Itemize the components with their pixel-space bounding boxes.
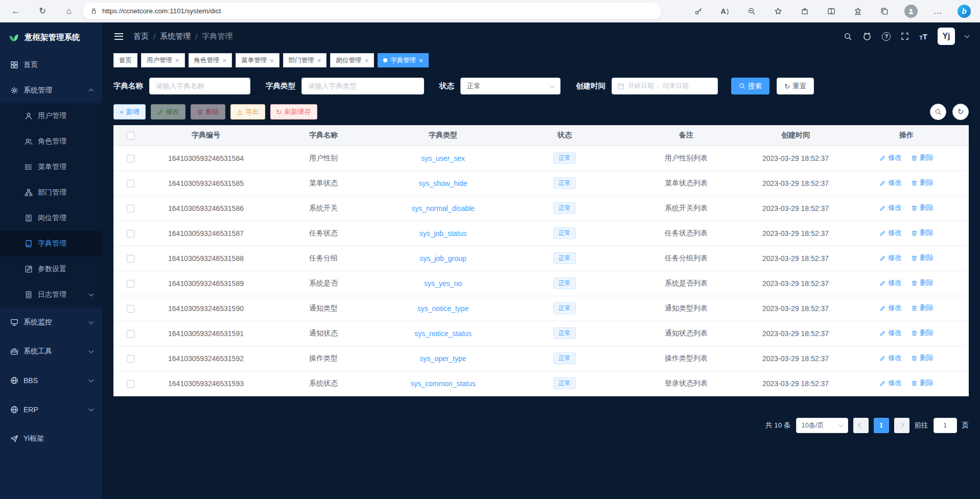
row-edit-link[interactable]: 修改 (879, 203, 902, 212)
row-delete-link[interactable]: 删除 (911, 328, 934, 338)
browser-address-bar[interactable]: https://ccnetcore.com:1101/system/dict (83, 3, 661, 19)
close-icon[interactable]: × (419, 57, 423, 64)
row-delete-link[interactable]: 删除 (911, 253, 934, 263)
dict-type-link[interactable]: sys_notice_status (414, 329, 471, 338)
collections-icon[interactable] (876, 3, 893, 20)
tab-dict-management[interactable]: 字典管理× (378, 53, 429, 67)
row-checkbox[interactable] (127, 355, 134, 363)
page-size-select[interactable]: 10条/页 (796, 418, 848, 433)
goto-page-input[interactable] (934, 418, 957, 433)
row-edit-link[interactable]: 修改 (879, 353, 902, 363)
row-edit-link[interactable]: 修改 (879, 178, 902, 187)
password-key-icon[interactable] (690, 3, 707, 20)
dict-type-link[interactable]: sys_normal_disable (411, 204, 475, 212)
row-edit-link[interactable]: 修改 (879, 378, 902, 388)
row-edit-link[interactable]: 修改 (879, 153, 902, 162)
status-select[interactable]: 正常 (460, 78, 561, 94)
sidebar-item-system-monitor[interactable]: 系统监控 (0, 307, 102, 337)
edit-button[interactable]: 修改 (151, 104, 185, 120)
close-icon[interactable]: × (270, 57, 274, 64)
row-delete-link[interactable]: 删除 (911, 303, 934, 313)
export-button[interactable]: 导出 (230, 104, 265, 120)
github-icon[interactable] (862, 32, 872, 41)
dict-type-link[interactable]: sys_show_hide (418, 179, 468, 187)
row-checkbox[interactable] (127, 380, 134, 388)
tab-home[interactable]: 首页 (113, 53, 137, 67)
row-checkbox[interactable] (127, 305, 134, 313)
sidebar-item-dept-management[interactable]: 部门管理 (0, 180, 102, 205)
dict-type-link[interactable]: sys_common_status (410, 379, 476, 388)
row-edit-link[interactable]: 修改 (879, 278, 902, 288)
reset-button[interactable]: ↻ 重置 (777, 78, 814, 94)
dict-type-input[interactable] (301, 78, 424, 94)
extensions-puzzle-icon[interactable] (796, 3, 813, 20)
browser-home-button[interactable]: ⌂ (60, 3, 78, 20)
row-edit-link[interactable]: 修改 (879, 253, 902, 263)
row-edit-link[interactable]: 修改 (879, 228, 902, 237)
user-avatar[interactable]: Yj (938, 28, 955, 45)
dict-type-link[interactable]: sys_job_group (419, 254, 466, 263)
tab-menu-management[interactable]: 菜单管理× (236, 53, 279, 67)
row-checkbox[interactable] (127, 230, 134, 237)
browser-refresh-button[interactable]: ↻ (34, 3, 51, 20)
next-page-button[interactable] (894, 418, 909, 433)
hamburger-icon[interactable] (113, 31, 124, 42)
row-checkbox[interactable] (127, 155, 134, 162)
search-icon[interactable] (844, 32, 852, 41)
select-all-checkbox[interactable] (127, 132, 134, 139)
bing-copilot-icon[interactable]: b (955, 3, 973, 20)
dict-type-link[interactable]: sys_oper_type (419, 354, 466, 363)
sidebar-item-menu-management[interactable]: 菜单管理 (0, 154, 102, 180)
search-button[interactable]: 搜索 (731, 78, 769, 94)
zoom-icon[interactable] (743, 3, 760, 20)
row-delete-link[interactable]: 删除 (911, 178, 934, 187)
avatar-dropdown-chevron-icon[interactable] (965, 33, 970, 38)
sidebar-item-post-management[interactable]: 岗位管理 (0, 205, 102, 231)
row-delete-link[interactable]: 删除 (911, 153, 934, 162)
row-delete-link[interactable]: 删除 (911, 278, 934, 288)
row-delete-link[interactable]: 删除 (911, 353, 934, 363)
row-checkbox[interactable] (127, 205, 134, 212)
tab-post-management[interactable]: 岗位管理× (330, 53, 374, 67)
breadcrumb-system[interactable]: 系统管理 (160, 32, 191, 41)
row-checkbox[interactable] (127, 255, 134, 263)
help-question-icon[interactable]: ? (882, 32, 891, 41)
sidebar-item-param-settings[interactable]: 参数设置 (0, 256, 102, 282)
fullscreen-icon[interactable] (901, 32, 909, 40)
row-checkbox[interactable] (127, 330, 134, 338)
sidebar-item-system-management[interactable]: 系统管理 (0, 78, 102, 103)
dict-type-link[interactable]: sys_yes_no (424, 279, 462, 288)
sidebar-item-user-management[interactable]: 用户管理 (0, 103, 102, 129)
profile-avatar[interactable] (902, 3, 920, 20)
prev-page-button[interactable] (853, 418, 869, 433)
dict-name-input[interactable] (149, 78, 250, 94)
sidebar-item-home[interactable]: 首页 (0, 52, 102, 78)
row-edit-link[interactable]: 修改 (879, 303, 902, 313)
row-edit-link[interactable]: 修改 (879, 328, 902, 338)
refresh-cache-button[interactable]: ↻ 刷新缓存 (270, 104, 317, 120)
breadcrumb-home[interactable]: 首页 (133, 32, 149, 41)
sidebar-item-role-management[interactable]: 角色管理 (0, 129, 102, 154)
close-icon[interactable]: × (175, 57, 179, 64)
sidebar-item-dict-management[interactable]: 字典管理 (0, 231, 102, 256)
dict-type-link[interactable]: sys_job_status (419, 229, 467, 237)
sidebar-item-log-management[interactable]: 日志管理 (0, 282, 102, 307)
toggle-search-button[interactable] (930, 104, 946, 120)
row-delete-link[interactable]: 删除 (911, 378, 934, 388)
add-favorite-star-icon[interactable] (769, 3, 787, 20)
date-range-picker[interactable]: 开始日期 - 结束日期 (612, 78, 718, 94)
close-icon[interactable]: × (223, 57, 227, 64)
row-delete-link[interactable]: 删除 (911, 203, 934, 212)
delete-button[interactable]: 删除 (191, 104, 225, 120)
close-icon[interactable]: × (364, 57, 368, 64)
favorites-icon[interactable] (849, 3, 867, 20)
sidebar-item-system-tools[interactable]: 系统工具 (0, 337, 102, 366)
font-size-icon[interactable]: TT (919, 32, 927, 41)
close-icon[interactable]: × (317, 57, 321, 64)
add-button[interactable]: + 新增 (113, 104, 146, 120)
dict-type-link[interactable]: sys_notice_type (417, 304, 469, 313)
row-checkbox[interactable] (127, 180, 134, 187)
read-aloud-icon[interactable]: A (716, 3, 734, 20)
sidebar-item-bbs[interactable]: BBS (0, 366, 102, 395)
refresh-table-button[interactable]: ↻ (952, 104, 969, 120)
